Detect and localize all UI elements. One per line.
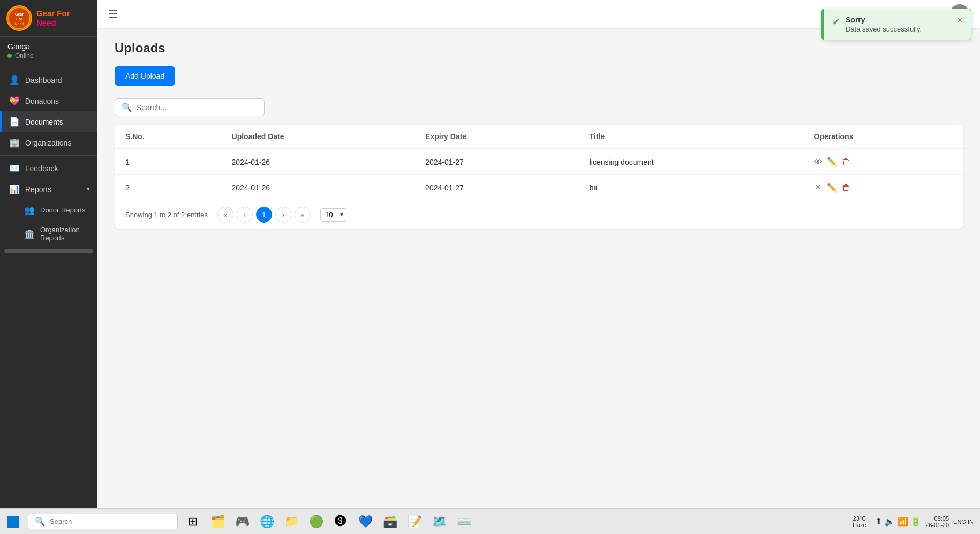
date-display: 26-01-20 bbox=[925, 522, 949, 528]
pagination-row: Showing 1 to 2 of 2 entries « ‹ 1 › » 10… bbox=[115, 200, 963, 229]
search-icon: 🔍 bbox=[122, 102, 132, 112]
sidebar-scrollbar[interactable] bbox=[4, 249, 93, 253]
edit-button[interactable]: ✏️ bbox=[827, 182, 838, 193]
sidebar-sub-reports: 👥 Donor Reports 🏛️ Organization Reports bbox=[0, 200, 97, 247]
username: Ganga bbox=[7, 42, 90, 51]
pagination-first[interactable]: « bbox=[217, 207, 233, 223]
pagination-next[interactable]: › bbox=[275, 207, 291, 223]
sys-tray-icons: ⬆ 🔈 📶 🔋 bbox=[875, 516, 921, 527]
sidebar-nav: 👤 Dashboard 💝 Donations 📄 Documents 🏢 Or… bbox=[0, 65, 97, 534]
col-uploaded-date: Uploaded Date bbox=[221, 125, 415, 149]
cell-expiry-date: 2024-01-27 bbox=[414, 175, 579, 201]
cell-operations: 👁 ✏️ 🗑 bbox=[803, 149, 963, 175]
logo-icon: Gear For Need bbox=[6, 5, 32, 31]
cell-uploaded-date: 2024-01-26 bbox=[221, 149, 415, 175]
user-status: Online bbox=[7, 52, 90, 59]
svg-rect-9 bbox=[13, 522, 19, 528]
taskbar-right: 23°C Haze ⬆ 🔈 📶 🔋 09:05 26-01-20 ENG IN bbox=[853, 515, 980, 528]
start-button[interactable] bbox=[0, 509, 26, 535]
taskbar-icon-folder[interactable]: 📁 bbox=[281, 511, 302, 532]
donations-icon: 💝 bbox=[9, 96, 20, 106]
sidebar-label-donor-reports: Donor Reports bbox=[40, 206, 86, 214]
taskbar-icons: ⊞ 🗂️ 🎮 🌐 📁 🟢 🅢 💙 🗃️ 📝 🗺️ ⌨️ bbox=[182, 511, 474, 532]
cell-operations: 👁 ✏️ 🗑 bbox=[803, 175, 963, 201]
status-indicator bbox=[7, 54, 12, 58]
main-content: ☰ ✔ Sorry Data saved successfully. × Upl… bbox=[97, 0, 980, 534]
edit-button[interactable]: ✏️ bbox=[827, 157, 838, 167]
sidebar-item-feedback[interactable]: ✉️ Feedback bbox=[0, 158, 97, 179]
sidebar-divider bbox=[0, 155, 97, 156]
weather-temp: 23°C bbox=[853, 515, 866, 522]
sidebar-item-organizations[interactable]: 🏢 Organizations bbox=[0, 132, 97, 153]
taskbar-icon-explorer[interactable]: 🗂️ bbox=[207, 511, 228, 532]
taskbar-icon-game[interactable]: 🎮 bbox=[231, 511, 253, 532]
sidebar-label-feedback: Feedback bbox=[25, 164, 58, 173]
taskbar-icon-chrome[interactable]: 🟢 bbox=[305, 511, 327, 532]
sidebar-label-documents: Documents bbox=[25, 118, 63, 126]
per-page-select[interactable]: 10 25 50 bbox=[320, 208, 346, 222]
taskbar-icon-map[interactable]: 🗺️ bbox=[428, 511, 450, 532]
table-row: 2 2024-01-26 2024-01-27 hii 👁 ✏️ 🗑 bbox=[115, 175, 963, 201]
search-wrap: 🔍 bbox=[115, 98, 963, 116]
uploads-table-container: S.No. Uploaded Date Expiry Date Title Op… bbox=[115, 125, 963, 229]
per-page-wrap: 10 25 50 ▾ bbox=[314, 208, 346, 222]
col-operations: Operations bbox=[803, 125, 963, 149]
cell-sno: 2 bbox=[115, 175, 221, 201]
page-title: Uploads bbox=[115, 41, 963, 56]
taskbar-icon-s[interactable]: 🅢 bbox=[330, 511, 351, 532]
add-upload-button[interactable]: Add Upload bbox=[115, 66, 175, 86]
logo-text: Gear For Need bbox=[36, 9, 91, 28]
search-input[interactable] bbox=[137, 103, 254, 112]
sidebar-logo: Gear For Need Gear For Need bbox=[0, 0, 97, 37]
pagination-page-1[interactable]: 1 bbox=[256, 207, 272, 223]
sidebar-label-organizations: Organizations bbox=[25, 139, 71, 147]
sidebar-label-dashboard: Dashboard bbox=[25, 76, 62, 85]
taskbar-icon-db[interactable]: 🗃️ bbox=[379, 511, 401, 532]
taskbar-icon-code2[interactable]: ⌨️ bbox=[453, 511, 474, 532]
sidebar-label-donations: Donations bbox=[25, 97, 59, 105]
taskbar-icon-vscode[interactable]: 💙 bbox=[355, 511, 376, 532]
taskbar-icon-tiles[interactable]: ⊞ bbox=[182, 511, 203, 532]
sidebar-item-documents[interactable]: 📄 Documents bbox=[0, 111, 97, 132]
sidebar-item-reports[interactable]: 📊 Reports ▾ bbox=[0, 179, 97, 200]
taskbar-icon-word[interactable]: 📝 bbox=[404, 511, 425, 532]
svg-text:Gear: Gear bbox=[15, 12, 24, 16]
col-expiry-date: Expiry Date bbox=[414, 125, 579, 149]
pagination-last[interactable]: » bbox=[295, 207, 311, 223]
view-button[interactable]: 👁 bbox=[814, 157, 823, 167]
cell-sno: 1 bbox=[115, 149, 221, 175]
reports-chevron: ▾ bbox=[87, 186, 90, 193]
sidebar-item-donations[interactable]: 💝 Donations bbox=[0, 90, 97, 111]
cell-uploaded-date: 2024-01-26 bbox=[221, 175, 415, 201]
taskbar-search-input[interactable] bbox=[50, 517, 157, 525]
taskbar-search-box[interactable]: 🔍 bbox=[28, 514, 178, 529]
sidebar-item-org-reports[interactable]: 🏛️ Organization Reports bbox=[15, 220, 97, 247]
organizations-icon: 🏢 bbox=[9, 138, 20, 148]
logo-gear: Gear For bbox=[36, 9, 70, 18]
reports-icon: 📊 bbox=[9, 184, 20, 194]
cell-expiry-date: 2024-01-27 bbox=[414, 149, 579, 175]
view-button[interactable]: 👁 bbox=[814, 183, 823, 193]
toast-notification: ✔ Sorry Data saved successfully. × bbox=[821, 9, 971, 40]
svg-rect-8 bbox=[7, 522, 13, 528]
dashboard-icon: 👤 bbox=[9, 75, 20, 85]
time-display: 09:05 bbox=[934, 515, 949, 522]
delete-button[interactable]: 🗑 bbox=[842, 157, 850, 167]
toast-message: Data saved successfully. bbox=[846, 25, 952, 33]
weather-desc: Haze bbox=[853, 522, 866, 528]
toast-close-button[interactable]: × bbox=[958, 16, 962, 25]
svg-text:For: For bbox=[16, 17, 22, 21]
toast-title: Sorry bbox=[846, 16, 952, 24]
sidebar: Gear For Need Gear For Need Ganga Online… bbox=[0, 0, 97, 534]
taskbar-icon-browser-edge[interactable]: 🌐 bbox=[256, 511, 277, 532]
documents-icon: 📄 bbox=[9, 117, 20, 127]
page-body: Uploads Add Upload 🔍 S.No. Uploaded Date… bbox=[97, 28, 980, 513]
hamburger-menu[interactable]: ☰ bbox=[108, 7, 118, 20]
pagination-prev[interactable]: ‹ bbox=[237, 207, 253, 223]
status-label: Online bbox=[15, 52, 34, 59]
taskbar-clock: 09:05 26-01-20 bbox=[925, 515, 949, 528]
sidebar-item-dashboard[interactable]: 👤 Dashboard bbox=[0, 70, 97, 90]
sidebar-item-donor-reports[interactable]: 👥 Donor Reports bbox=[15, 200, 97, 220]
delete-button[interactable]: 🗑 bbox=[842, 183, 850, 193]
taskbar-search-icon: 🔍 bbox=[35, 516, 46, 527]
